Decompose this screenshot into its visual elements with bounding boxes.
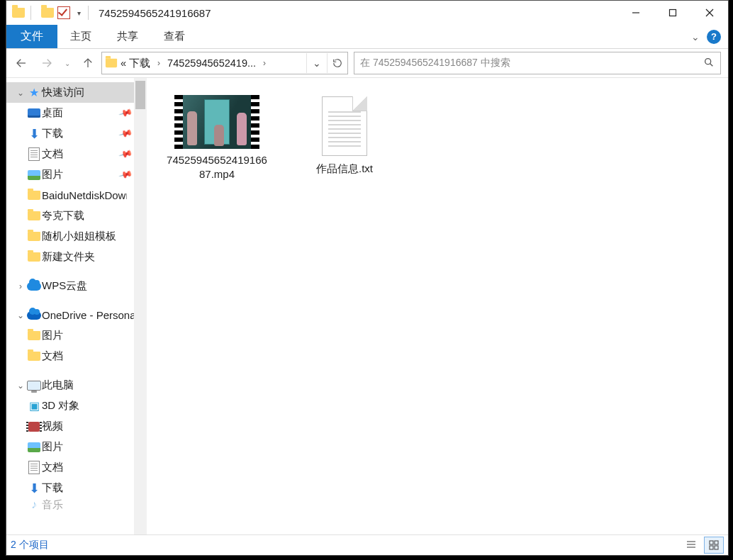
- file-item-video[interactable]: 7452594565241916687.mp4: [164, 95, 270, 181]
- sidebar-item-label: 视频: [42, 420, 63, 433]
- pin-icon: 📌: [118, 147, 133, 162]
- sidebar-item-label: 夸克下载: [42, 209, 84, 223]
- titlebar[interactable]: ▾ 7452594565241916687: [6, 1, 728, 25]
- video-thumbnail: [174, 95, 259, 149]
- sidebar-item-label: 此电脑: [42, 379, 74, 392]
- file-item-label: 7452594565241916687.mp4: [164, 153, 270, 181]
- breadcrumb-item[interactable]: 74525945652419...: [167, 57, 256, 69]
- ribbon-expand-button[interactable]: ⌄: [691, 31, 700, 43]
- sidebar-item-random-template[interactable]: 随机小姐姐模板: [6, 226, 147, 247]
- sidebar-item-pictures[interactable]: 图片 📌: [6, 164, 147, 185]
- sidebar-item-wps-cloud[interactable]: › WPS云盘: [6, 276, 147, 296]
- tab-file[interactable]: 文件: [6, 25, 57, 48]
- sidebar-item-pictures-pc[interactable]: 图片: [6, 437, 147, 457]
- sidebar-item-music-pc[interactable]: ♪ 音乐: [6, 498, 147, 511]
- address-dropdown-button[interactable]: ⌄: [306, 53, 327, 73]
- help-button[interactable]: ?: [707, 30, 721, 44]
- qat-folder-icon[interactable]: [40, 5, 55, 21]
- breadcrumb-overflow[interactable]: «: [121, 57, 126, 69]
- sidebar-item-this-pc[interactable]: ⌄ 此电脑: [6, 375, 147, 396]
- sidebar-item-documents-pc[interactable]: 文档: [6, 457, 147, 478]
- folder-icon: [26, 331, 42, 340]
- sidebar-item-desktop[interactable]: 桌面 📌: [6, 103, 147, 123]
- svg-point-7: [705, 58, 711, 64]
- folder-icon: [26, 232, 42, 241]
- breadcrumb-separator-icon[interactable]: ›: [259, 58, 270, 68]
- nav-forward-button[interactable]: [39, 55, 55, 71]
- view-details-button[interactable]: [681, 537, 701, 554]
- svg-rect-13: [715, 541, 718, 544]
- navigation-pane[interactable]: ⌄★ 快速访问 桌面 📌 ⬇ 下载 📌 文档 📌: [6, 78, 147, 534]
- pictures-icon: [26, 170, 42, 180]
- pc-icon: [26, 381, 42, 391]
- sidebar-item-od-documents[interactable]: 文档: [6, 346, 147, 366]
- sidebar-item-label: 随机小姐姐模板: [42, 230, 116, 243]
- sidebar-item-label: 快速访问: [42, 86, 84, 99]
- minimize-button[interactable]: [617, 1, 654, 25]
- cloud-icon: [26, 282, 42, 291]
- video-icon: [26, 422, 42, 432]
- sidebar-item-label: 下载: [42, 127, 63, 140]
- sidebar-item-documents[interactable]: 文档 📌: [6, 144, 147, 164]
- titlebar-separator: [30, 6, 31, 20]
- tab-home[interactable]: 主页: [57, 25, 104, 48]
- nav-history-dropdown[interactable]: ⌄: [65, 60, 70, 67]
- tab-view[interactable]: 查看: [151, 25, 198, 48]
- content-pane[interactable]: 7452594565241916687.mp4 作品信息.txt: [147, 78, 728, 534]
- titlebar-separator: [88, 6, 89, 20]
- document-icon: [26, 147, 42, 161]
- svg-rect-15: [715, 546, 718, 549]
- sidebar-scrollbar-thumb[interactable]: [135, 81, 145, 109]
- nav-up-button[interactable]: [80, 55, 96, 71]
- sidebar-item-quark[interactable]: 夸克下载: [6, 206, 147, 226]
- qat-customize-dropdown[interactable]: ▾: [74, 9, 84, 17]
- sidebar-item-quick-access[interactable]: ⌄★ 快速访问: [6, 82, 147, 103]
- window-controls: [617, 1, 728, 25]
- cloud-icon: [26, 311, 42, 320]
- qat-properties-button[interactable]: [55, 4, 72, 21]
- breadcrumb-separator-icon[interactable]: ›: [153, 58, 164, 68]
- window-folder-icon: [11, 5, 26, 21]
- sidebar-item-3d-objects[interactable]: ▣ 3D 对象: [6, 396, 147, 416]
- sidebar-item-baidu[interactable]: BaiduNetdiskDownload: [6, 185, 147, 206]
- tab-share[interactable]: 共享: [104, 25, 151, 48]
- sidebar-item-label: 音乐: [42, 498, 63, 511]
- svg-rect-14: [710, 546, 713, 549]
- sidebar-item-new-folder[interactable]: 新建文件夹: [6, 247, 147, 267]
- svg-rect-12: [710, 541, 713, 544]
- download-icon: ⬇: [26, 482, 42, 495]
- search-box[interactable]: 在 7452594565241916687 中搜索: [354, 52, 721, 74]
- breadcrumb-item[interactable]: 下载: [129, 57, 150, 70]
- maximize-button[interactable]: [654, 1, 691, 25]
- document-icon: [26, 461, 42, 474]
- sidebar-scrollbar[interactable]: [134, 78, 147, 534]
- search-icon[interactable]: [703, 57, 715, 70]
- explorer-window: ▾ 7452594565241916687 文件 主页 共享 查看 ⌄ ? ⌄: [6, 0, 729, 556]
- nav-buttons: ⌄: [13, 55, 96, 71]
- close-button[interactable]: [691, 1, 728, 25]
- download-icon: ⬇: [26, 128, 42, 140]
- quick-access-toolbar: ▾: [55, 4, 84, 21]
- sidebar-item-label: 文档: [42, 349, 63, 363]
- sidebar-item-od-pictures[interactable]: 图片: [6, 325, 147, 346]
- star-icon: ★: [26, 86, 42, 99]
- refresh-button[interactable]: [327, 53, 347, 73]
- sidebar-item-onedrive[interactable]: ⌄ OneDrive - Personal: [6, 305, 147, 325]
- pin-icon: 📌: [118, 106, 133, 121]
- sidebar-item-label: 桌面: [42, 106, 63, 120]
- sidebar-item-label: 3D 对象: [42, 399, 79, 413]
- pin-icon: 📌: [118, 167, 133, 182]
- nav-back-button[interactable]: [13, 55, 29, 71]
- text-file-icon: [322, 96, 367, 156]
- sidebar-item-videos[interactable]: 视频: [6, 416, 147, 437]
- cube-icon: ▣: [26, 399, 42, 413]
- view-thumbnails-button[interactable]: [704, 537, 724, 554]
- file-item-label: 作品信息.txt: [291, 162, 398, 176]
- address-bar[interactable]: « 下载 › 74525945652419... › ⌄: [101, 52, 348, 74]
- sidebar-item-downloads-pc[interactable]: ⬇ 下载: [6, 478, 147, 498]
- svg-line-8: [710, 63, 713, 66]
- file-item-text[interactable]: 作品信息.txt: [291, 78, 398, 176]
- status-bar: 2 个项目: [6, 534, 728, 555]
- folder-icon: [26, 252, 42, 262]
- sidebar-item-downloads[interactable]: ⬇ 下载 📌: [6, 123, 147, 144]
